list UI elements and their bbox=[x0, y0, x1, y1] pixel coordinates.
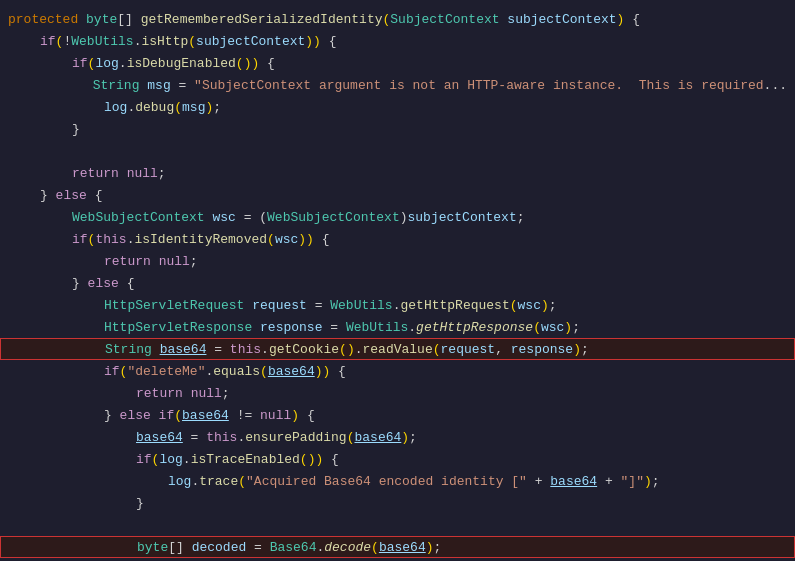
code-token bbox=[183, 386, 191, 401]
code-token: ; bbox=[572, 320, 580, 335]
code-token: )) bbox=[315, 364, 331, 379]
code-token: ) bbox=[205, 100, 213, 115]
code-token: . bbox=[261, 342, 269, 357]
code-token: subjectContext bbox=[408, 210, 517, 225]
code-token: ( bbox=[383, 12, 391, 27]
code-token: log bbox=[95, 56, 118, 71]
code-token bbox=[139, 78, 147, 93]
code-line: if(log.isTraceEnabled()) { bbox=[0, 448, 795, 470]
code-token: ( bbox=[152, 452, 160, 467]
code-token: { bbox=[259, 56, 275, 71]
code-token: != bbox=[229, 408, 260, 423]
code-line: String base64 = this.getCookie().readVal… bbox=[0, 338, 795, 360]
code-token: debug bbox=[135, 100, 174, 115]
code-token: String bbox=[93, 78, 140, 93]
code-token: ( bbox=[88, 56, 96, 71]
code-line: if(this.isIdentityRemoved(wsc)) { bbox=[0, 228, 795, 250]
code-token: "Acquired Base64 encoded identity [" bbox=[246, 474, 527, 489]
code-token: SubjectContext bbox=[390, 12, 499, 27]
code-token: } bbox=[104, 408, 120, 423]
code-line bbox=[0, 140, 795, 162]
code-line: protected byte[] getRememberedSerialized… bbox=[0, 8, 795, 30]
code-token: { bbox=[624, 12, 640, 27]
code-token: wsc bbox=[541, 320, 564, 335]
code-token: getCookie bbox=[269, 342, 339, 357]
code-token: WebSubjectContext bbox=[72, 210, 205, 225]
code-token: . bbox=[316, 540, 324, 555]
code-token: WebUtils bbox=[330, 298, 392, 313]
code-token: ) bbox=[541, 298, 549, 313]
code-token: WebSubjectContext bbox=[267, 210, 400, 225]
code-token: [] bbox=[168, 540, 191, 555]
code-token: = bbox=[307, 298, 330, 313]
code-token: else bbox=[88, 276, 119, 291]
code-token: response bbox=[260, 320, 322, 335]
code-token: wsc bbox=[212, 210, 235, 225]
code-token: . bbox=[205, 364, 213, 379]
code-token: msg bbox=[147, 78, 170, 93]
code-line: log.trace("Acquired Base64 encoded ident… bbox=[0, 470, 795, 492]
code-token: ) bbox=[400, 210, 408, 225]
code-token: ) bbox=[644, 474, 652, 489]
code-token: = bbox=[206, 342, 229, 357]
code-line: if(!WebUtils.isHttp(subjectContext)) { bbox=[0, 30, 795, 52]
code-token: log bbox=[159, 452, 182, 467]
code-token: ( bbox=[56, 34, 64, 49]
code-token: response bbox=[511, 342, 573, 357]
code-token: return bbox=[72, 166, 119, 181]
code-token: ( bbox=[174, 408, 182, 423]
code-token: subjectContext bbox=[196, 34, 305, 49]
code-token: base64 bbox=[182, 408, 229, 423]
code-token: base64 bbox=[268, 364, 315, 379]
code-token: ; bbox=[549, 298, 557, 313]
code-token bbox=[244, 298, 252, 313]
code-token: return bbox=[136, 386, 183, 401]
code-token: "deleteMe" bbox=[127, 364, 205, 379]
code-token: ( bbox=[371, 540, 379, 555]
code-token: equals bbox=[213, 364, 260, 379]
code-token: log bbox=[104, 100, 127, 115]
code-token: WebUtils bbox=[71, 34, 133, 49]
code-token: this bbox=[206, 430, 237, 445]
code-token: ) bbox=[401, 430, 409, 445]
code-token bbox=[119, 166, 127, 181]
code-token: . bbox=[119, 56, 127, 71]
code-token: . bbox=[183, 452, 191, 467]
code-line: WebSubjectContext wsc = (WebSubjectConte… bbox=[0, 206, 795, 228]
code-token: isDebugEnabled bbox=[127, 56, 236, 71]
code-token: , bbox=[495, 342, 511, 357]
code-token: { bbox=[314, 232, 330, 247]
code-token: ) bbox=[426, 540, 434, 555]
code-token: ; bbox=[581, 342, 589, 357]
code-line: } else { bbox=[0, 272, 795, 294]
code-line: } bbox=[0, 118, 795, 140]
code-token: . bbox=[393, 298, 401, 313]
code-token: + bbox=[597, 474, 620, 489]
code-token: + bbox=[527, 474, 550, 489]
code-token: ) bbox=[315, 452, 323, 467]
code-token: HttpServletRequest bbox=[104, 298, 244, 313]
code-token: base64 bbox=[354, 430, 401, 445]
code-token: ! bbox=[63, 34, 71, 49]
code-token: WebUtils bbox=[346, 320, 408, 335]
code-token: ... bbox=[764, 78, 787, 93]
code-token: = bbox=[246, 540, 269, 555]
code-token: . bbox=[134, 34, 142, 49]
code-token: base64 bbox=[160, 342, 207, 357]
code-token: . bbox=[408, 320, 416, 335]
code-token: null bbox=[159, 254, 190, 269]
code-token: base64 bbox=[379, 540, 426, 555]
code-token: isIdentityRemoved bbox=[134, 232, 267, 247]
code-token: ( bbox=[533, 320, 541, 335]
code-token: decoded bbox=[192, 540, 247, 555]
code-token: )) bbox=[298, 232, 314, 247]
code-token: if bbox=[136, 452, 152, 467]
code-line: byte[] decoded = Base64.decode(base64); bbox=[0, 536, 795, 558]
code-token: log bbox=[168, 474, 191, 489]
code-token: } bbox=[136, 496, 144, 511]
code-token: ; bbox=[434, 540, 442, 555]
code-line: String msg = "SubjectContext argument is… bbox=[0, 74, 795, 96]
code-token: byte bbox=[86, 12, 117, 27]
code-token: if bbox=[72, 232, 88, 247]
code-line: } bbox=[0, 492, 795, 514]
